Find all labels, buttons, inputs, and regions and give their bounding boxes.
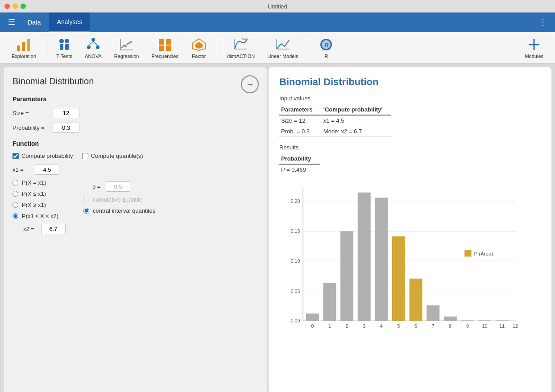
bar-0 — [306, 314, 319, 321]
x-label-4: 4 — [380, 323, 383, 329]
regression-icon — [119, 37, 135, 53]
prob-row: P = 0.469 — [279, 164, 320, 175]
svg-rect-0 — [17, 45, 20, 51]
radio-px-ge-x1-label: P(X ≥ x1) — [22, 202, 46, 208]
radio-px-eq-x1-label: P(X = x1) — [22, 179, 46, 186]
more-menu-button[interactable]: ⋮ — [534, 15, 551, 30]
radio-central-interval-label: central interval quantiles — [93, 207, 155, 214]
toolbar-linear[interactable]: Linear Models — [263, 34, 302, 62]
toolbar-factor[interactable]: Factor — [186, 34, 211, 62]
x2-row: x2 = — [23, 224, 66, 234]
sep-2 — [217, 37, 217, 59]
chart-container: 0.00 0.05 0.10 0.15 0.20 0.25 — [279, 182, 529, 343]
table-cell-x2: Mode: x2 = 6.7 — [322, 126, 392, 137]
svg-text:0.10: 0.10 — [291, 258, 300, 264]
distraction-label: distrACTION — [227, 54, 255, 59]
toolbar-exploration[interactable]: Exploration — [7, 34, 41, 62]
ttests-icon — [56, 37, 72, 53]
minimize-button[interactable] — [12, 4, 18, 9]
compute-probability-checkbox-label[interactable]: Compute probability — [12, 153, 73, 159]
svg-point-3 — [59, 39, 64, 43]
toolbar-anova[interactable]: ANOVA — [80, 34, 106, 62]
x-label-3: 3 — [363, 323, 365, 329]
main-content: Binomial Distribution → Parameters Size … — [0, 64, 555, 392]
sep-3 — [308, 37, 308, 59]
x-label-1: 1 — [328, 323, 331, 329]
nav-bar: ☰ Data Analyses ⋮ — [0, 12, 555, 32]
bar-1 — [323, 283, 336, 321]
radio-px-interval-input[interactable] — [12, 213, 18, 219]
compute-quantiles-text: Compute quantile(s) — [91, 153, 143, 159]
table-row: Prob. = 0.3 Mode: x2 = 6.7 — [279, 126, 391, 137]
radio-px-ge-x1[interactable]: P(X ≥ x1) — [12, 202, 66, 208]
radio-px-eq-x1-input[interactable] — [12, 180, 18, 186]
x-label-6: 6 — [414, 323, 417, 329]
tab-data[interactable]: Data — [20, 12, 49, 32]
menu-button[interactable]: ☰ — [4, 15, 20, 30]
toolbar-r[interactable]: R R — [314, 34, 339, 62]
tab-analyses[interactable]: Analyses — [49, 12, 91, 32]
x-label-0: 0 — [311, 323, 314, 329]
radio-px-ge-x1-input[interactable] — [12, 202, 18, 208]
maximize-button[interactable] — [21, 4, 26, 9]
results-label: Results — [279, 144, 541, 151]
compute-quantiles-checkbox-label[interactable]: Compute quantile(s) — [82, 153, 143, 159]
radio-central-interval-input[interactable] — [83, 208, 89, 214]
svg-rect-1 — [22, 42, 25, 51]
bar-4 — [375, 198, 388, 321]
svg-rect-23 — [166, 39, 171, 45]
bar-7 — [427, 305, 439, 321]
compute-quantiles-checkbox[interactable] — [82, 153, 88, 159]
chart-svg: 0.00 0.05 0.10 0.15 0.20 0.25 — [279, 182, 529, 343]
modules-label: Modules — [525, 54, 543, 59]
table-cell-x1: x1 = 4.5 — [322, 115, 392, 126]
linear-icon — [275, 37, 291, 53]
toolbar-regression[interactable]: Regression — [110, 34, 144, 62]
x-label-10: 10 — [482, 323, 488, 329]
svg-point-8 — [91, 38, 95, 41]
x-label-5: 5 — [397, 323, 400, 329]
x2-input[interactable] — [41, 224, 66, 234]
svg-point-4 — [65, 39, 69, 43]
toolbar-ttests[interactable]: T-Tests — [52, 34, 77, 62]
toolbar-modules[interactable]: Modules — [520, 34, 548, 62]
forward-button[interactable]: → — [241, 75, 259, 93]
x1-label: x1 = — [12, 166, 35, 173]
radio-px-eq-x1[interactable]: P(X = x1) — [12, 179, 66, 186]
p-row: p = — [83, 182, 155, 192]
p-input[interactable] — [106, 182, 130, 192]
radio-px-le-x1-input[interactable] — [12, 191, 18, 197]
svg-text:0.20: 0.20 — [291, 198, 300, 204]
x-label-12: 12 — [513, 323, 518, 329]
probability-input[interactable] — [53, 123, 79, 133]
factor-label: Factor — [192, 54, 206, 59]
toolbar-frequencies[interactable]: Frequencies — [147, 34, 183, 62]
radio-cumulative-input[interactable] — [83, 197, 89, 202]
parameters-label: Parameters — [12, 95, 258, 103]
frequencies-icon — [157, 37, 173, 53]
svg-point-10 — [96, 45, 99, 49]
regression-label: Regression — [114, 54, 139, 59]
x-label-9: 9 — [466, 323, 469, 329]
svg-line-21 — [121, 41, 132, 48]
radio-cumulative[interactable]: cumulative quantile — [83, 196, 155, 203]
svg-rect-24 — [159, 45, 164, 51]
svg-text:0.15: 0.15 — [291, 228, 300, 234]
radio-px-interval[interactable]: P(x1 ≤ X ≤ x2) — [12, 213, 66, 219]
result-title: Binomial Distribution — [279, 76, 541, 88]
close-button[interactable] — [4, 4, 10, 9]
radio-px-le-x1[interactable]: P(X ≤ x1) — [12, 190, 66, 197]
function-row: Compute probability Compute quantile(s) — [12, 153, 258, 159]
radio-central-interval[interactable]: central interval quantiles — [83, 207, 155, 214]
table-cell-size: Size = 12 — [279, 115, 322, 126]
anova-icon — [85, 37, 101, 53]
compute-probability-checkbox[interactable] — [12, 153, 19, 159]
compute-probability-text: Compute probability — [21, 153, 73, 159]
toolbar-distraction[interactable]: distrACTION — [223, 34, 259, 62]
r-icon: R — [318, 37, 334, 53]
x1-input[interactable] — [35, 165, 59, 175]
size-input[interactable] — [53, 108, 79, 118]
window-controls[interactable] — [4, 4, 26, 9]
svg-rect-22 — [159, 39, 164, 45]
probability-label: Probability = — [12, 124, 53, 131]
